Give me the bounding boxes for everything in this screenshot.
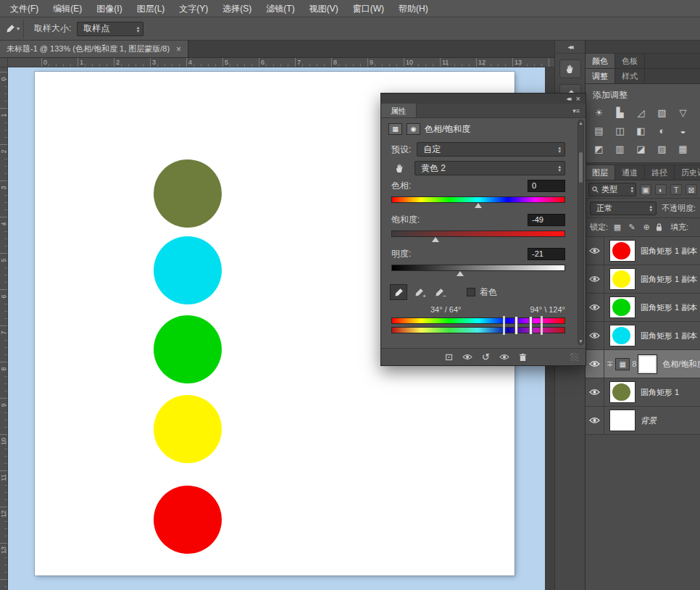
layer-thumbnail[interactable] [610,410,635,431]
layer-row[interactable]: 圆角矩形 1 副本 [586,265,700,294]
reset-icon[interactable]: ↺ [482,349,490,365]
colorize-checkbox[interactable] [467,288,475,296]
layer-row-hue-saturation[interactable]: ∓ ▦ 8 色相/饱和度 1 [586,350,700,378]
previous-state-icon[interactable] [462,354,472,360]
close-tab-icon[interactable]: × [176,44,181,54]
panel-scrollbar[interactable]: ▲ ▼ [578,120,584,345]
menu-item-layer[interactable]: 图层(L) [130,0,172,17]
menu-item-window[interactable]: 窗口(W) [346,0,391,17]
lightness-slider-handle[interactable] [457,271,464,276]
layer-thumbnail[interactable] [610,325,635,346]
panel-menu-icon[interactable]: ▾≡ [572,104,586,117]
hue-slider[interactable] [391,196,565,205]
shape-circle-green[interactable] [154,315,222,383]
filter-shape-layers-icon[interactable]: ⊠ [686,184,697,195]
shape-circle-olive[interactable] [154,159,222,228]
range-outer-left-handle[interactable] [503,316,505,335]
scrollbar-thumb[interactable] [579,152,583,183]
visibility-toggle[interactable] [586,237,604,265]
adjustment-icon-vibrance[interactable]: ▽ [677,107,689,119]
tab-paths[interactable]: 路径 [645,165,675,180]
blend-mode-dropdown[interactable]: 正常 ▴▾ [590,201,657,215]
visibility-icon[interactable] [499,354,509,360]
clip-to-layer-icon[interactable]: ⊡ [445,349,453,365]
menu-item-image[interactable]: 图像(I) [89,0,129,17]
layer-filter-dropdown[interactable]: 类型 ▴▾ [588,183,636,196]
tool-preset-button[interactable]: ▾ [2,20,24,38]
layer-row-background[interactable]: 背景 [586,407,700,435]
saturation-slider-handle[interactable] [432,237,439,242]
visibility-toggle[interactable] [586,407,604,434]
saturation-value-input[interactable]: -49 [528,214,565,226]
layer-row[interactable]: 圆角矩形 1 [586,378,700,407]
hue-spectrum-strips[interactable] [391,317,565,333]
document-tab[interactable]: 未标题-1 @ 133% (色相/饱和度 1, 图层蒙版/8) × [0,41,188,57]
menu-item-file[interactable]: 文件(F) [3,0,46,17]
layer-mask-thumbnail[interactable] [638,355,657,373]
layer-thumbnail[interactable] [610,297,635,317]
visibility-toggle[interactable] [586,350,604,378]
layer-thumbnail[interactable] [610,269,635,289]
adjustment-icon-channel-mixer[interactable]: ◒ [677,125,689,137]
adjustment-icon-exposure[interactable]: ▧ [656,107,668,119]
lock-transparency-icon[interactable]: ▦ [612,223,622,232]
hand-tool-icon[interactable] [559,59,581,78]
tab-swatches[interactable]: 色板 [615,54,645,68]
lightness-slider[interactable] [391,265,565,273]
visibility-toggle[interactable] [586,265,604,293]
lightness-value-input[interactable]: -21 [528,248,565,260]
adjustment-icon-black-white[interactable]: ◧ [635,125,647,137]
menu-item-filter[interactable]: 滤镜(T) [259,0,301,17]
menu-item-type[interactable]: 文字(Y) [172,0,215,17]
menu-item-help[interactable]: 帮助(H) [391,0,436,17]
scroll-down-icon[interactable]: ▼ [578,339,583,344]
filter-adjustment-layers-icon[interactable]: ◐ [655,184,667,195]
menu-item-select[interactable]: 选择(S) [215,0,259,17]
filter-pixel-layers-icon[interactable]: ▣ [640,184,651,195]
adjustment-icon-gradient-map[interactable]: ▨ [656,144,668,155]
saturation-slider[interactable] [391,230,565,239]
layer-row[interactable]: 圆角矩形 1 副本 [586,322,700,350]
tab-color[interactable]: 颜色 [586,54,615,68]
mask-link-icon[interactable]: 8 [632,360,636,368]
lock-pixels-icon[interactable]: ✎ [627,223,637,232]
adjustment-icon-selective-color[interactable]: ▦ [677,144,689,155]
visibility-toggle[interactable] [586,378,604,406]
adjustment-icon-levels[interactable]: ▙ [614,107,626,119]
adjustment-icon-curves[interactable]: ◿ [635,107,647,119]
range-outer-right-handle[interactable] [541,316,543,335]
layer-thumbnail[interactable] [610,241,635,261]
menu-item-view[interactable]: 视图(V) [302,0,346,17]
visibility-toggle[interactable] [586,322,604,349]
shape-circle-yellow[interactable] [154,395,222,463]
targeted-adjustment-tool-icon[interactable] [391,161,409,175]
visibility-toggle[interactable] [586,294,604,321]
lock-position-icon[interactable]: ⊕ [641,223,651,232]
range-inner-left-handle[interactable] [514,316,518,335]
hue-slider-handle[interactable] [475,203,482,208]
adjustment-icon-color-balance[interactable]: ◫ [614,125,626,137]
eyedropper-sample-button[interactable] [390,284,407,300]
tab-history[interactable]: 历史记录 [675,165,700,180]
range-inner-right-handle[interactable] [529,316,533,335]
adjustment-icon-brightness-contrast[interactable]: ☀ [593,107,605,119]
panel-dragbar[interactable] [586,41,700,54]
adjustment-icon-invert[interactable]: ◩ [593,144,605,155]
adjustment-icon-hue-saturation[interactable]: ▤ [593,125,605,137]
tab-layers[interactable]: 图层 [586,165,615,180]
close-panel-icon[interactable]: × [576,94,580,104]
layer-thumbnail[interactable] [610,382,635,402]
tab-styles[interactable]: 样式 [615,69,645,83]
eyedropper-subtract-button[interactable]: − [430,284,448,300]
tab-channels[interactable]: 通道 [615,165,645,180]
mask-badge-icon[interactable]: ◉ [407,123,420,135]
channel-dropdown[interactable]: 黄色 2 ▴▾ [414,161,565,175]
delete-icon[interactable] [519,353,527,362]
layer-row[interactable]: 圆角矩形 1 副本 [586,294,700,322]
shape-circle-cyan[interactable] [154,236,222,304]
sample-size-dropdown[interactable]: 取样点 ▴▾ [77,22,143,36]
shape-circle-red[interactable] [154,486,222,554]
scroll-up-icon[interactable]: ▲ [578,121,583,125]
tab-properties[interactable]: 属性 [381,104,417,117]
resize-grip[interactable] [570,353,578,361]
